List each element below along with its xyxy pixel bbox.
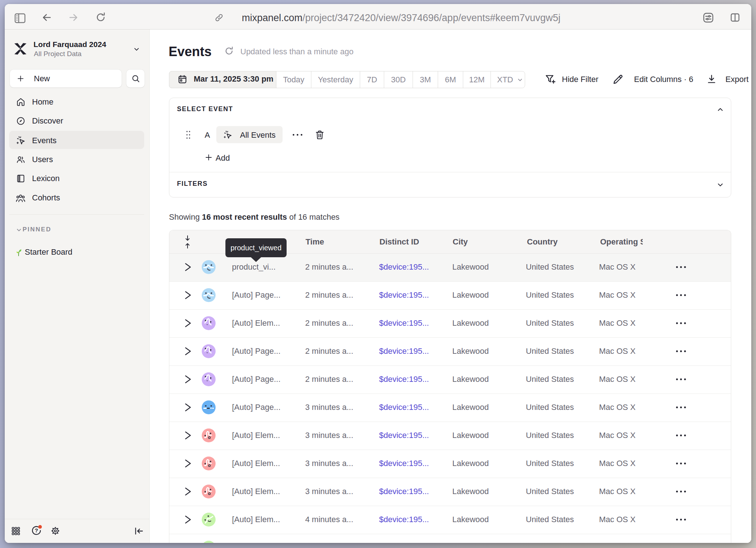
svg-text:?: ? — [35, 527, 38, 533]
